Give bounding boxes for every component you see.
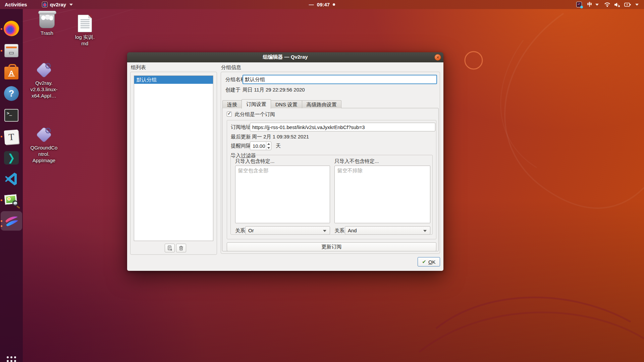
running-indicator [1, 50, 2, 52]
trash-icon [39, 12, 55, 28]
qgroundcontrol-label: QGroundCo ntrol. AppImage [31, 144, 58, 164]
tab-dns-settings[interactable]: DNS 设置 [271, 100, 302, 108]
vscode-icon [4, 172, 19, 186]
ok-label-accel: O [428, 259, 432, 265]
ok-label: K [432, 259, 436, 265]
terminal-icon: >_ [4, 109, 18, 122]
running-indicator [1, 199, 2, 201]
tab-connections[interactable]: 连接 [222, 100, 242, 108]
firefox-icon [4, 21, 19, 36]
group-list-heading: 组列表 [131, 64, 146, 71]
show-applications-button[interactable] [3, 353, 19, 362]
tab-subscription-settings[interactable]: 订阅设置 [241, 99, 271, 109]
close-icon: ✕ [436, 55, 439, 60]
image-viewer-icon [4, 193, 19, 207]
help-icon: ? [4, 86, 19, 101]
trash-label: Trash [41, 30, 53, 36]
tab-advanced-route-settings[interactable]: 高级路由设置 [302, 100, 341, 108]
qv2ray-icon [4, 213, 19, 229]
close-button[interactable]: ✕ [434, 54, 441, 61]
dock-item-tabby-terminal[interactable]: ❯ [3, 150, 19, 166]
tabby-terminal-icon: ❯ [4, 151, 19, 165]
desktop-icon-trash[interactable]: Trash [31, 12, 63, 36]
group-editor-window: 组编辑器 — Qv2ray ✕ 组列表 默认分组 分组信息 分组名称 [127, 52, 443, 271]
delete-group-button[interactable] [176, 244, 186, 252]
trash-icon [179, 245, 183, 251]
subscription-tab-panel [222, 108, 439, 251]
created-label: 创建于 [225, 87, 240, 93]
desktop-icon-qv2ray-appimage[interactable]: ⚙ Qv2ray. v2.6.3.linux- x64.AppI… [28, 62, 60, 99]
new-document-icon [167, 245, 172, 251]
clock-time: 09:47 [317, 2, 330, 7]
dialog-body: 组列表 默认分组 分组信息 分组名称 创建于 周日 11月 29 22:29:5… [127, 62, 443, 271]
duplicate-group-button[interactable] [165, 244, 175, 252]
qv2ray-appimage-label: Qv2ray. v2.6.3.linux- x64.AppI… [31, 80, 58, 99]
dock-item-typora[interactable]: T [3, 129, 19, 145]
app-grid-icon [6, 355, 17, 362]
appimage-icon: ⚙ [36, 62, 52, 78]
appimage-icon: ⚙ [36, 127, 52, 143]
ubuntu-software-icon: A [4, 67, 18, 79]
gear-icon: ⚙ [44, 126, 52, 135]
gear-icon: ⚙ [44, 61, 52, 71]
ok-button[interactable]: ✔ O K [418, 257, 440, 266]
dock-item-terminal[interactable]: >_ [3, 107, 19, 123]
desktop-icon-qgroundcontrol[interactable]: ⚙ QGroundCo ntrol. AppImage [28, 127, 60, 164]
apply-check-icon: ✔ [422, 259, 426, 265]
created-value: 周日 11月 29 22:29:56 2020 [243, 87, 305, 93]
dock-item-qv2ray[interactable] [3, 213, 19, 229]
qv2ray-tray-icon[interactable] [576, 2, 582, 7]
log-file-label: log 实训. md [75, 34, 95, 47]
document-icon [78, 15, 92, 32]
clock-dash: — [309, 2, 314, 7]
dock: A ? >_ T ❯ [0, 9, 23, 362]
dock-item-image-viewer[interactable] [3, 192, 19, 208]
window-title: 组编辑器 — Qv2ray [263, 54, 308, 60]
dock-item-vscode[interactable] [3, 171, 19, 187]
group-name-input[interactable] [243, 75, 437, 84]
clock[interactable]: — 09:47 [0, 0, 644, 9]
running-indicator [1, 136, 2, 137]
dock-item-files[interactable] [3, 43, 19, 59]
desktop-icon-log-file[interactable]: log 实训. md [69, 15, 101, 47]
running-indicator [1, 28, 2, 30]
dock-item-ubuntu-software[interactable]: A [3, 64, 19, 80]
group-list-item-selected[interactable]: 默认分组 [134, 76, 213, 84]
tab-bar: 连接 订阅设置 DNS 设置 高级路由设置 [222, 99, 341, 108]
dock-item-help[interactable]: ? [3, 85, 19, 102]
notification-dot-icon [333, 3, 335, 6]
top-bar: Activities qv2ray — 09:47 中 [0, 0, 644, 9]
group-list[interactable]: 默认分组 [134, 75, 213, 241]
dock-item-firefox[interactable] [3, 20, 19, 37]
files-icon [4, 44, 18, 57]
typora-icon: T [4, 130, 19, 145]
group-info-heading: 分组信息 [221, 64, 241, 71]
title-bar[interactable]: 组编辑器 — Qv2ray ✕ [127, 52, 443, 62]
